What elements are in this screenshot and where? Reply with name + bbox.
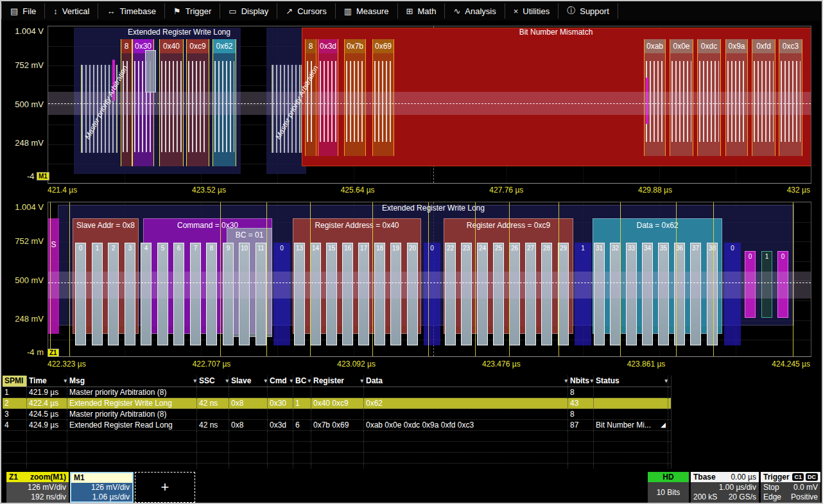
- z1-trace-badge[interactable]: Z1: [48, 349, 59, 357]
- m1-vscale: 126 mV/div: [91, 483, 130, 492]
- menu-file[interactable]: ▤File: [1, 3, 45, 19]
- menu-cursors[interactable]: ↗Cursors: [277, 3, 335, 19]
- sort-arrow-icon: ▾: [664, 376, 668, 387]
- cell-empty: [293, 453, 311, 463]
- tbase-scale: 1.00 µs/div: [719, 483, 756, 492]
- table-row[interactable]: 1421.9 µsMaster priority Arbitration (8)…: [3, 387, 671, 398]
- trigger-box[interactable]: Trigger C1 DC Stop 0.0 mV Edge Positive: [761, 472, 820, 503]
- byte-label: 0x0e: [670, 39, 693, 53]
- table-corner-spmi[interactable]: SPMI: [3, 376, 27, 387]
- trigger-level: 0.0 mV: [793, 483, 818, 492]
- menu-label: Analysis: [465, 6, 496, 16]
- m1-trace-badge[interactable]: M1: [37, 172, 49, 180]
- column-header-ssc[interactable]: SSC▾: [197, 376, 229, 387]
- sort-arrow-icon: ▾: [264, 376, 267, 387]
- graph1-plot-area[interactable]: Extended Register Write Long Bit Number …: [48, 26, 811, 184]
- cell-nbits: 43: [568, 398, 594, 408]
- expand-status-icon[interactable]: ◢: [661, 420, 666, 430]
- math-icon: ⊞: [406, 6, 413, 16]
- column-header-cmd[interactable]: Cmd▾: [268, 376, 293, 387]
- cell-empty: [594, 431, 668, 441]
- x-axis-label: 422.707 µs: [193, 359, 231, 369]
- x-axis-label: 423.476 µs: [482, 359, 521, 369]
- trigger-type: Edge: [763, 492, 781, 502]
- hd-mode-box[interactable]: HD 10 Bits: [648, 472, 689, 503]
- field-label: BC = 01: [227, 230, 272, 239]
- table-row-empty: [3, 431, 671, 442]
- timebase-box[interactable]: Tbase 0.00 µs 1.00 µs/div 200 kS 20 GS/s: [691, 472, 759, 503]
- cell-data: 0xab 0x0e 0xdc 0x9a 0xfd 0xc3: [364, 420, 568, 430]
- menu-analysis[interactable]: ∿Analysis: [445, 3, 505, 19]
- byte-label: 0xc3: [779, 39, 802, 53]
- cell-ssc: [197, 387, 229, 397]
- menu-utilities[interactable]: ×Utilities: [505, 3, 559, 19]
- level-band: [48, 272, 811, 299]
- z1-descriptor-box[interactable]: Z1 zoom(M1) 126 mV/div 192 ns/div: [6, 472, 69, 503]
- cell-empty: [594, 442, 668, 452]
- y-axis-label: 248 mV: [1, 315, 44, 324]
- byte-label: 0x69: [373, 39, 394, 53]
- cell-cmd: 0x3d: [268, 420, 293, 430]
- m1-descriptor-box[interactable]: M1 126 mV/div 1.06 µs/div: [70, 472, 134, 503]
- cell-slave: 0x8: [229, 420, 268, 430]
- table-row[interactable]: 3424.5 µsMaster priority Arbitration (8)…: [3, 409, 671, 420]
- table-header-row: SPMITime▾Msg▾SSC▾Slave▾Cmd▾BC▾Register▾D…: [3, 376, 671, 387]
- add-trace-button[interactable]: +: [135, 472, 195, 503]
- menu-vertical[interactable]: ↕Vertical: [45, 3, 98, 19]
- menu-label: Measure: [356, 6, 389, 16]
- cell-empty: [311, 453, 364, 463]
- sort-arrow-icon: ▾: [193, 376, 196, 387]
- spmi-decode-table: SPMITime▾Msg▾SSC▾Slave▾Cmd▾BC▾Register▾D…: [3, 376, 671, 474]
- column-header-msg[interactable]: Msg▾: [67, 376, 197, 387]
- cell-ssc: [197, 409, 229, 419]
- field-label: Register Address = 0xc9: [444, 221, 573, 230]
- cell-empty: [268, 431, 293, 441]
- menu-measure[interactable]: ▥Measure: [336, 3, 398, 19]
- field-label: Slave Addr = 0x8: [73, 221, 138, 230]
- menu-label: Vertical: [62, 6, 90, 16]
- graph1-error-title: Bit Number Mismatch: [519, 28, 593, 37]
- menu-timebase[interactable]: ↔Timebase: [98, 3, 165, 19]
- column-header-register[interactable]: Register▾: [311, 376, 364, 387]
- cell-empty: [364, 442, 568, 452]
- graph2-plot-area[interactable]: Extended Register Write Long SSlave Addr…: [48, 202, 811, 357]
- column-header-data[interactable]: Data▾: [364, 376, 568, 387]
- graph2-time-axis: 422.323 µs422.707 µs423.092 µs423.476 µs…: [48, 359, 810, 369]
- column-header-nbits[interactable]: Nbits▾: [568, 376, 594, 387]
- cell-bc: 6: [293, 420, 311, 430]
- cell-empty: [67, 453, 197, 463]
- cell-empty: [311, 442, 364, 452]
- cell-register: 0x40 0xc9: [311, 398, 364, 408]
- cell-msg: Master priority Arbitration (8): [67, 387, 197, 397]
- cell-time: 421.9 µs: [27, 387, 67, 397]
- column-header-slave[interactable]: Slave▾: [229, 376, 268, 387]
- cell-empty: [229, 453, 268, 463]
- column-header-time[interactable]: Time▾: [27, 376, 67, 387]
- menu-trigger[interactable]: ⚑Trigger: [165, 3, 220, 19]
- column-header-bc[interactable]: BC▾: [293, 376, 311, 387]
- cell-slave: [229, 409, 268, 419]
- cell-time: 424.9 µs: [27, 420, 67, 430]
- graph2-packet-title: Extended Register Write Long: [382, 204, 485, 213]
- trigger-coupling-badge: DC: [806, 473, 818, 481]
- byte-label: 0x40: [160, 39, 183, 53]
- column-header-status[interactable]: Status▾: [594, 376, 668, 387]
- byte-label: 0xab: [645, 39, 665, 53]
- menu-display[interactable]: ▭Display: [220, 3, 277, 19]
- cell-ssc: 42 ns: [197, 398, 229, 408]
- x-axis-label: 423.092 µs: [337, 359, 376, 369]
- table-row[interactable]: 2422.4 µsExtended Register Write Long42 …: [3, 398, 671, 409]
- row-index: 4: [3, 420, 27, 430]
- cell-status: [594, 409, 668, 419]
- z1-mode: zoom(M1): [30, 472, 66, 482]
- menu-support[interactable]: ⓘSupport: [559, 3, 618, 19]
- m1-id: M1: [74, 473, 85, 483]
- sort-arrow-icon: ▾: [308, 376, 311, 387]
- sort-arrow-icon: ▾: [564, 376, 567, 387]
- cell-time: 424.5 µs: [27, 409, 67, 419]
- table-row[interactable]: 4424.9 µsExtended Register Read Long42 n…: [3, 420, 671, 431]
- cell-empty: [594, 453, 668, 463]
- menu-math[interactable]: ⊞Math: [398, 3, 446, 19]
- cell-empty: [67, 442, 197, 452]
- utilities-icon: ×: [514, 6, 519, 16]
